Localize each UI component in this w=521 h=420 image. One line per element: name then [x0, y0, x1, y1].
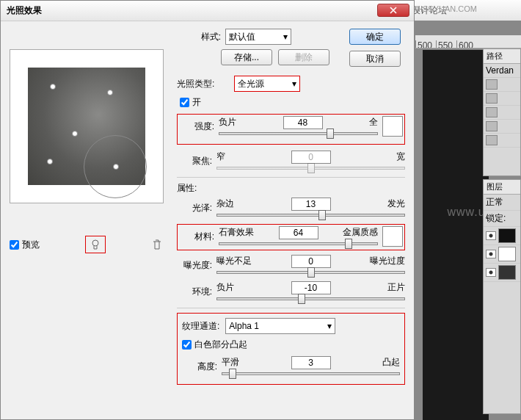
- layer-thumb[interactable]: [498, 247, 516, 261]
- height-value[interactable]: [291, 356, 331, 369]
- char-icon[interactable]: [486, 79, 498, 90]
- preview-box[interactable]: [10, 49, 164, 203]
- light-type-select[interactable]: 全光源: [234, 76, 300, 92]
- light-color-swatch[interactable]: [382, 116, 403, 137]
- dialog-title: 光照效果: [7, 4, 42, 17]
- char-icon[interactable]: [486, 135, 498, 145]
- document-canvas: [423, 50, 489, 420]
- ambience-slider[interactable]: [216, 297, 405, 300]
- visibility-icon[interactable]: [486, 268, 496, 277]
- paths-tab[interactable]: 路径: [484, 49, 520, 64]
- light-on-checkbox[interactable]: 开: [180, 96, 201, 109]
- light-handle[interactable]: [47, 159, 53, 164]
- add-light-button[interactable]: [85, 236, 106, 253]
- layers-panel[interactable]: 图层 正常 锁定:: [483, 179, 521, 414]
- material-label: 材料:: [179, 231, 214, 243]
- light-on-label: 开: [192, 96, 201, 109]
- light-on-input[interactable]: [180, 98, 189, 107]
- lighting-effects-dialog: 光照效果 确定 取消: [0, 0, 415, 420]
- white-high-input[interactable]: [182, 340, 192, 350]
- intensity-label: 强度:: [179, 120, 214, 133]
- slider-thumb[interactable]: [327, 128, 334, 139]
- slider-thumb[interactable]: [345, 239, 352, 249]
- preview-label: 预览: [22, 239, 40, 251]
- preview-checkbox-input[interactable]: [10, 240, 19, 250]
- font-row: Verdan: [484, 64, 520, 78]
- preview-canvas[interactable]: [28, 68, 145, 185]
- gloss-value[interactable]: [291, 198, 331, 211]
- layers-tab[interactable]: 图层: [484, 180, 520, 195]
- properties-label: 属性:: [177, 182, 405, 195]
- close-button[interactable]: [377, 4, 409, 17]
- gloss-label: 光泽:: [177, 202, 212, 214]
- intensity-value[interactable]: [283, 116, 323, 129]
- style-label: 样式:: [177, 31, 221, 43]
- exposure-label: 曝光度:: [177, 259, 212, 272]
- layer-row[interactable]: [484, 264, 520, 282]
- char-icon[interactable]: [486, 107, 498, 117]
- slider-thumb[interactable]: [298, 294, 305, 304]
- white-high-label: 白色部分凸起: [194, 338, 247, 351]
- layer-thumb[interactable]: [498, 265, 516, 280]
- blend-mode-row[interactable]: 正常: [484, 195, 520, 211]
- ruler: 500 550 600: [415, 35, 521, 48]
- svg-point-0: [92, 240, 98, 246]
- slider-thumb[interactable]: [307, 267, 315, 278]
- visibility-icon[interactable]: [486, 231, 496, 240]
- texture-channel-label: 纹理通道:: [182, 320, 219, 333]
- light-handle[interactable]: [107, 90, 113, 95]
- focus-value: [291, 151, 331, 164]
- preview-checkbox[interactable]: 预览: [10, 239, 40, 251]
- style-select[interactable]: 默认值: [225, 29, 291, 45]
- material-value[interactable]: [279, 226, 318, 239]
- ambience-color-swatch[interactable]: [382, 226, 403, 247]
- layer-thumb[interactable]: [498, 228, 516, 243]
- save-button[interactable]: 存储...: [221, 49, 272, 65]
- slider-thumb: [307, 163, 315, 173]
- dialog-titlebar[interactable]: 光照效果: [1, 1, 414, 21]
- delete-button[interactable]: 删除: [278, 49, 329, 65]
- gloss-slider[interactable]: [216, 214, 405, 217]
- focus-label: 聚焦:: [177, 155, 212, 167]
- slider-thumb[interactable]: [229, 369, 236, 379]
- light-type-label: 光照类型:: [177, 78, 230, 90]
- white-high-checkbox[interactable]: 白色部分凸起: [182, 338, 247, 351]
- ok-button[interactable]: 确定: [349, 29, 401, 45]
- layer-row[interactable]: [484, 245, 520, 264]
- exposure-value[interactable]: [291, 255, 331, 268]
- light-center-handle[interactable]: [113, 164, 119, 170]
- height-label: 高度:: [182, 361, 217, 373]
- layer-row[interactable]: [484, 227, 520, 245]
- char-icon[interactable]: [486, 93, 498, 104]
- ambience-label: 环境:: [177, 286, 212, 298]
- ambience-value[interactable]: [291, 281, 331, 294]
- focus-slider: [216, 167, 405, 170]
- delete-light-button[interactable]: [150, 237, 164, 252]
- exposure-slider[interactable]: [216, 271, 405, 274]
- light-handle[interactable]: [72, 131, 78, 137]
- lock-row: 锁定:: [484, 211, 520, 227]
- height-slider[interactable]: [222, 372, 400, 375]
- slider-thumb[interactable]: [318, 210, 326, 220]
- cancel-button[interactable]: 取消: [349, 51, 401, 67]
- visibility-icon[interactable]: [486, 250, 496, 258]
- char-icon[interactable]: [486, 121, 498, 131]
- paths-panel[interactable]: 路径 Verdan: [483, 48, 521, 176]
- texture-channel-select[interactable]: Alpha 1: [225, 318, 335, 334]
- light-handle[interactable]: [50, 84, 56, 90]
- intensity-slider[interactable]: [219, 132, 378, 135]
- material-slider[interactable]: [219, 242, 378, 245]
